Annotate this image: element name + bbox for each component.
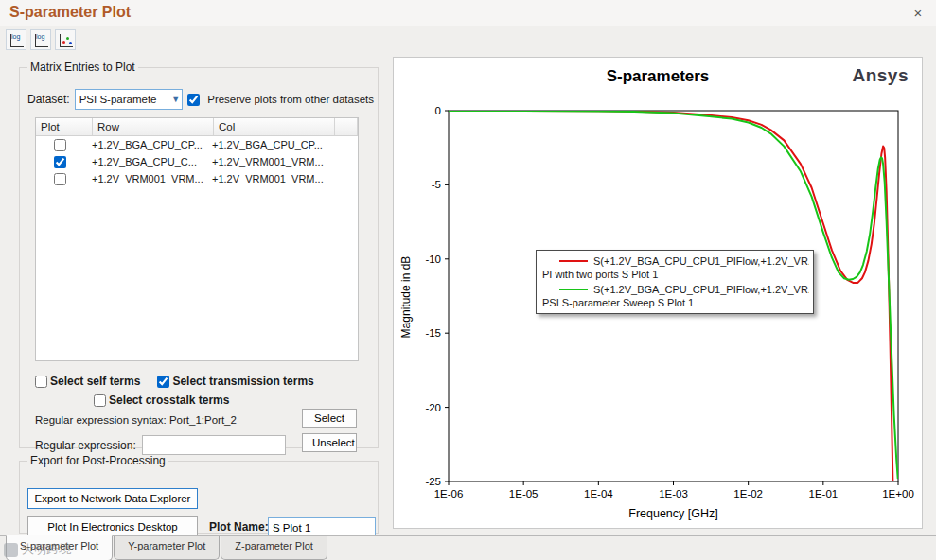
table-row[interactable]: +1.2V_VRM001_VRM... +1.2V_VRM001_VRM... (36, 170, 358, 187)
x-tick-label: 1E-03 (659, 488, 688, 499)
table-row[interactable]: +1.2V_BGA_CPU_CP... +1.2V_BGA_CPU_CP... (36, 136, 358, 153)
title-bar: S-parameter Plot × (0, 0, 936, 26)
matrix-table-header: Plot Row Col (36, 118, 358, 136)
y-tick-label: -20 (425, 402, 441, 413)
column-header-col[interactable]: Col (214, 118, 335, 135)
legend-label: S(+1.2V_BGA_CPU_CPU1_PIFlow,+1.2V_VR... (593, 284, 809, 295)
ansys-logo: Ansys (852, 65, 909, 86)
log-y-scale-button[interactable]: log (30, 29, 51, 50)
preserve-plots-label: Preserve plots from other datasets (207, 94, 374, 105)
matrix-entries-group: Matrix Entries to Plot Dataset: PSI S-pa… (19, 61, 379, 448)
dataset-row: Dataset: PSI S-paramete ▼ Preserve plots… (27, 89, 374, 110)
plot-in-electronics-desktop-button[interactable]: Plot In Electronics Desktop (27, 516, 198, 536)
legend-label: S(+1.2V_BGA_CPU_CPU1_PIFlow,+1.2V_VR... (593, 255, 809, 267)
plot-checkbox[interactable] (54, 173, 66, 185)
regex-label: Regular expression: (35, 439, 136, 452)
terms-row-2: Select crosstalk terms (94, 394, 229, 407)
plot-checkbox[interactable] (54, 156, 66, 168)
export-network-data-explorer-button[interactable]: Export to Network Data Explorer (27, 488, 198, 509)
y-tick-label: -10 (425, 254, 441, 265)
x-tick-label: 1E-02 (733, 488, 763, 499)
table-row[interactable]: +1.2V_BGA_CPU_C... +1.2V_VRM001_VRM... (36, 153, 358, 170)
y-tick-label: -5 (432, 179, 441, 190)
plot-name-input[interactable] (268, 517, 376, 537)
series-line-swatch-red (559, 260, 588, 262)
select-button[interactable]: Select (302, 409, 357, 428)
row-cell: +1.2V_BGA_CPU_CP... (87, 136, 207, 153)
regex-row: Regular expression: (35, 435, 286, 455)
export-group-title: Export for Post-Processing (27, 454, 168, 467)
table-empty-area (36, 187, 358, 360)
select-transmission-terms-label: Select transmission terms (172, 375, 313, 388)
col-cell: +1.2V_VRM001_VRM... (207, 153, 327, 170)
legend-sublabel: PSI S-parameter Sweep S Plot 1 (542, 296, 809, 310)
col-cell: +1.2V_BGA_CPU_CP... (207, 136, 327, 153)
s-parameter-plot-dialog: S-parameter Plot × log log Matrix Entrie… (0, 0, 936, 560)
matrix-table: Plot Row Col +1.2V_BGA_CPU_CP... +1.2V_B… (35, 117, 359, 361)
red-dot-icon (62, 41, 65, 44)
log-x-label: log (11, 33, 20, 40)
export-group: Export for Post-Processing Export to Net… (19, 454, 379, 534)
x-tick-label: 1E-06 (434, 488, 464, 499)
matrix-entries-group-title: Matrix Entries to Plot (27, 61, 138, 74)
select-self-terms-checkbox[interactable] (35, 376, 47, 388)
column-header-plot[interactable]: Plot (36, 118, 93, 135)
chevron-down-icon: ▼ (171, 95, 180, 104)
x-tick-label: 1E-05 (509, 488, 539, 499)
x-tick-label: 1E-04 (584, 488, 613, 499)
y-tick-label: 0 (435, 105, 441, 116)
log-y-label: log (36, 33, 44, 40)
col-cell: +1.2V_VRM001_VRM... (207, 170, 327, 187)
select-transmission-terms-checkbox[interactable] (157, 376, 169, 388)
chart-legend[interactable]: S(+1.2V_BGA_CPU_CPU1_PIFlow,+1.2V_VR... … (536, 250, 814, 314)
dialog-title: S-parameter Plot (9, 4, 131, 21)
legend-sublabel: PI with two ports S Plot 1 (542, 268, 809, 282)
plot-checkbox[interactable] (54, 139, 66, 151)
regex-input[interactable] (142, 435, 286, 455)
select-self-terms-label: Select self terms (50, 375, 140, 388)
scatter-plot-icon (60, 34, 73, 47)
log-x-scale-button[interactable]: log (6, 29, 26, 50)
watermark-text: 大明跨境 (22, 541, 71, 558)
regex-syntax-label: Regular expression syntax: Port_1:Port_2 (35, 414, 237, 426)
x-axis-label: Frequency [GHz] (628, 507, 717, 520)
chart-title: S-parameters (394, 67, 922, 86)
tab-y-parameter-plot[interactable]: Y-parameter Plot (114, 536, 220, 560)
scatter-symbols-button[interactable] (55, 29, 76, 50)
tab-bar: S-parameter Plot Y-parameter Plot Z-para… (0, 535, 936, 560)
watermark: 大明跨境 (4, 541, 71, 558)
x-tick-label: 1E-01 (808, 488, 838, 499)
series-line-swatch-green (559, 289, 588, 290)
preserve-plots-checkbox[interactable] (187, 94, 200, 106)
dataset-dropdown[interactable]: PSI S-paramete ▼ (75, 89, 184, 110)
tab-z-parameter-plot[interactable]: Z-parameter Plot (221, 536, 327, 560)
x-tick-label: 1E+00 (882, 488, 914, 499)
chart-panel: S-parameters Ansys Magnitude in dB 1E-06… (393, 57, 923, 529)
select-crosstalk-terms-label: Select crosstalk terms (109, 394, 229, 407)
toolbar: log log (6, 29, 76, 50)
y-tick-label: -25 (425, 476, 441, 487)
y-tick-label: -15 (425, 327, 441, 339)
close-button[interactable]: × (910, 5, 927, 21)
watermark-logo (4, 543, 18, 557)
select-crosstalk-terms-checkbox[interactable] (94, 394, 106, 407)
legend-item: S(+1.2V_BGA_CPU_CPU1_PIFlow,+1.2V_VR... … (540, 282, 809, 310)
plot-name-label: Plot Name: (209, 520, 269, 534)
row-cell: +1.2V_VRM001_VRM... (87, 170, 207, 187)
green-dot-icon (66, 37, 69, 40)
column-header-row[interactable]: Row (93, 118, 214, 135)
column-header-spacer (335, 118, 358, 135)
terms-row-1: Select self terms Select transmission te… (35, 375, 314, 388)
dataset-dropdown-value: PSI S-paramete (79, 94, 157, 105)
dataset-label: Dataset: (27, 93, 70, 106)
unselect-button[interactable]: Unselect (302, 433, 357, 452)
row-cell: +1.2V_BGA_CPU_C... (87, 153, 207, 170)
blue-dot-icon (69, 42, 72, 44)
legend-item: S(+1.2V_BGA_CPU_CPU1_PIFlow,+1.2V_VR... … (540, 254, 809, 282)
